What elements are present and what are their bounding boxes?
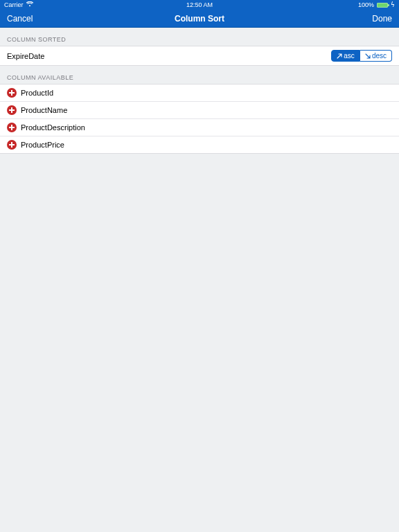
page-title: Column Sort xyxy=(175,14,224,24)
add-icon[interactable] xyxy=(7,140,17,150)
nav-bar: Cancel Column Sort Done xyxy=(0,10,399,28)
sort-asc-button[interactable]: asc xyxy=(331,50,360,62)
available-column-row[interactable]: ProductName xyxy=(0,101,399,118)
section-header-available: COLUMN AVAILABLE xyxy=(0,66,399,84)
sort-asc-label: asc xyxy=(344,52,355,60)
cancel-button[interactable]: Cancel xyxy=(7,14,33,24)
wifi-icon xyxy=(26,1,33,8)
done-button[interactable]: Done xyxy=(372,14,392,24)
battery-icon xyxy=(377,3,388,8)
status-time: 12:50 AM xyxy=(186,1,213,8)
add-icon[interactable] xyxy=(7,88,17,98)
sorted-column-name: ExpireDate xyxy=(7,52,44,60)
available-column-name: ProductId xyxy=(21,89,53,97)
arrow-up-right-icon xyxy=(337,53,342,58)
battery-percent: 100% xyxy=(358,1,374,8)
available-column-name: ProductDescription xyxy=(21,123,85,132)
section-header-sorted: COLUMN SORTED xyxy=(0,28,399,46)
sort-desc-button[interactable]: desc xyxy=(360,50,392,62)
available-column-name: ProductPrice xyxy=(21,141,64,149)
sorted-column-row[interactable]: ExpireDate asc desc xyxy=(0,46,399,66)
add-icon[interactable] xyxy=(7,105,17,115)
available-column-row[interactable]: ProductPrice xyxy=(0,136,399,154)
status-bar: Carrier 12:50 AM 100% ϟ xyxy=(0,0,399,10)
sort-desc-label: desc xyxy=(372,52,387,60)
carrier-label: Carrier xyxy=(4,1,24,8)
sort-direction-toggle: asc desc xyxy=(331,50,392,62)
arrow-down-right-icon xyxy=(365,53,370,58)
available-column-row[interactable]: ProductId xyxy=(0,84,399,101)
available-column-row[interactable]: ProductDescription xyxy=(0,118,399,136)
charging-icon: ϟ xyxy=(391,1,395,8)
add-icon[interactable] xyxy=(7,123,17,132)
available-column-name: ProductName xyxy=(21,106,67,114)
available-columns-list: ProductId ProductName ProductDescription… xyxy=(0,84,399,154)
